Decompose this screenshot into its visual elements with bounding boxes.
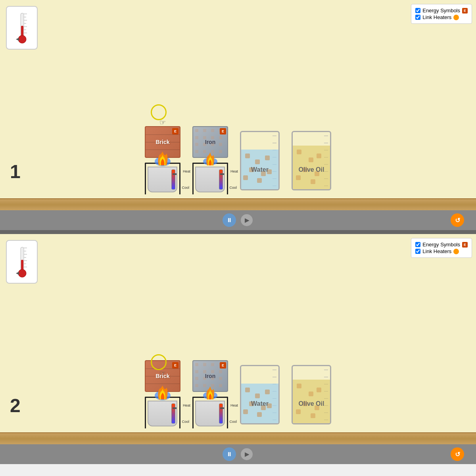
link-heaters-label-2: Link Heaters — [422, 248, 451, 254]
reload-button-1[interactable]: ↺ — [451, 213, 464, 227]
heater-icon-2 — [453, 249, 459, 254]
options-panel-1: Energy Symbols E Link Heaters — [411, 4, 472, 24]
svg-point-22 — [18, 269, 26, 277]
iron-temp-indicator-2 — [220, 407, 224, 409]
brick-flame-1 — [151, 144, 175, 167]
svg-marker-23 — [16, 272, 19, 275]
water-container-1: Water — [238, 131, 282, 194]
iron-flame-2 — [198, 378, 222, 401]
brick-stand-2: Heat Cool — [143, 393, 182, 428]
water-label-1: Water — [251, 166, 269, 173]
iron-flame-1 — [198, 144, 222, 167]
brick-temp-indicator-2 — [173, 407, 177, 409]
link-heaters-row-2[interactable]: Link Heaters — [415, 248, 468, 254]
brick-cool-label-2: Cool — [182, 420, 189, 424]
play-button-1[interactable]: ▶ — [240, 213, 253, 227]
energy-symbols-row-2[interactable]: Energy Symbols E — [415, 242, 468, 248]
iron-bucket-2: Heat Cool — [195, 401, 225, 426]
oil-label-1: Olive Oil — [299, 166, 324, 173]
iron-heater-unit-2[interactable]: Iron E Heat Coo — [190, 360, 230, 428]
scene-area-2: Brick E Heat Co — [0, 305, 476, 432]
brick-heater-unit-2[interactable]: Brick E Heat Co — [143, 360, 182, 428]
water-cylinder-1: Water — [240, 131, 280, 190]
iron-cool-label-2: Cool — [229, 420, 237, 424]
pause-button-1[interactable]: ⏸ — [223, 213, 236, 227]
oil-container-2: Olive Oil — [290, 365, 333, 428]
water-cylinder-2: Water — [240, 365, 280, 424]
brick-cool-label-1: Cool — [182, 186, 189, 190]
iron-temp-indicator-1 — [220, 173, 224, 175]
floor-2 — [0, 432, 476, 444]
cursor-ring-1 — [151, 104, 167, 120]
oil-label-2: Olive Oil — [299, 400, 324, 407]
thermometer-widget-2[interactable] — [6, 240, 38, 284]
reload-button-2[interactable]: ↺ — [451, 447, 464, 461]
brick-bucket-1: Heat Cool — [148, 167, 177, 192]
energy-icon-1: E — [462, 8, 468, 13]
brick-temp-slider-2[interactable] — [171, 403, 175, 424]
scene-area-1: Brick E — [0, 71, 476, 198]
energy-badge-iron-1: E — [220, 128, 226, 134]
iron-heat-label-2: Heat — [230, 403, 238, 407]
iron-cool-label-1: Cool — [229, 186, 237, 190]
play-button-2[interactable]: ▶ — [240, 447, 253, 461]
iron-temp-slider-2[interactable] — [219, 403, 223, 424]
svg-marker-10 — [16, 38, 19, 41]
iron-stand-1: Heat Cool — [190, 159, 230, 194]
link-heaters-checkbox-1[interactable] — [415, 15, 420, 20]
energy-badge-brick-2: E — [172, 362, 178, 369]
energy-icon-2: E — [462, 242, 468, 248]
brick-stand-1: Heat Cool — [143, 159, 182, 194]
energy-badge-brick-1: E — [172, 128, 178, 134]
cursor-pointer-1: ☞ — [159, 118, 166, 127]
water-container-2: Water — [238, 365, 282, 428]
link-heaters-label-1: Link Heaters — [422, 14, 451, 20]
energy-symbols-label-1: Energy Symbols — [422, 8, 460, 13]
brick-heat-label-1: Heat — [183, 169, 190, 173]
energy-symbols-checkbox-2[interactable] — [415, 242, 420, 247]
iron-stand-2: Heat Cool — [190, 393, 230, 428]
iron-label-1: Iron — [205, 139, 215, 145]
iron-heater-unit-1[interactable]: Iron E Heat Coo — [190, 126, 230, 194]
oil-cylinder-2: Olive Oil — [292, 365, 331, 424]
iron-temp-slider-1[interactable] — [219, 169, 223, 190]
water-label-2: Water — [251, 400, 269, 407]
brick-heat-label-2: Heat — [183, 403, 190, 407]
options-panel-2: Energy Symbols E Link Heaters — [411, 238, 472, 258]
control-bar-2: ⏸ ▶ ↺ — [0, 444, 476, 464]
brick-temp-slider-1[interactable] — [171, 169, 175, 190]
pause-button-2[interactable]: ⏸ — [223, 447, 236, 461]
brick-label-1: Brick — [155, 139, 169, 145]
brick-heater-unit-1[interactable]: Brick E — [143, 126, 182, 194]
floor-1 — [0, 198, 476, 210]
thermometer-svg-1 — [12, 10, 32, 46]
iron-bucket-1: Heat Cool — [195, 167, 225, 192]
oil-container-1: Olive Oil — [290, 131, 333, 194]
brick-bucket-2: Heat Cool — [148, 401, 177, 426]
link-heaters-checkbox-2[interactable] — [415, 249, 420, 254]
thermometer-widget-1[interactable] — [6, 6, 38, 50]
thermometer-svg-2 — [12, 244, 32, 280]
link-heaters-row-1[interactable]: Link Heaters — [415, 14, 468, 20]
svg-point-9 — [18, 35, 26, 43]
energy-symbols-label-2: Energy Symbols — [422, 242, 460, 248]
brick-flame-2 — [151, 378, 175, 401]
energy-symbols-row-1[interactable]: Energy Symbols E — [415, 8, 468, 13]
panel-2: Energy Symbols E Link Heaters 2 Brick E — [0, 234, 476, 464]
iron-label-2: Iron — [205, 373, 215, 379]
iron-heat-label-1: Heat — [230, 169, 238, 173]
brick-temp-indicator-1 — [173, 173, 177, 175]
energy-badge-iron-2: E — [220, 362, 226, 369]
cursor-pointer-2: ☞ — [159, 369, 166, 378]
panel-1: Energy Symbols E Link Heaters 1 Brick E — [0, 0, 476, 230]
heater-icon-1 — [453, 15, 459, 20]
energy-symbols-checkbox-1[interactable] — [415, 8, 420, 13]
oil-cylinder-1: Olive Oil — [292, 131, 331, 190]
panel-separator — [0, 230, 476, 234]
control-bar-1: ⏸ ▶ ↺ — [0, 210, 476, 230]
